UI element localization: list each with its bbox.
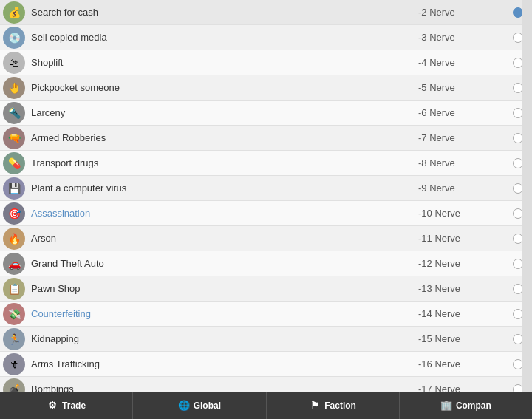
crime-name: Pawn Shop bbox=[31, 283, 418, 294]
crime-name: Arson bbox=[31, 233, 418, 244]
nav-btn-global[interactable]: 🌐Global bbox=[133, 392, 266, 419]
crime-nerve-cost: -8 Nerve bbox=[418, 157, 507, 168]
global-label: Global bbox=[194, 401, 221, 411]
crime-nerve-cost: -6 Nerve bbox=[418, 107, 507, 118]
table-row[interactable]: 💿Sell copied media-3 Nerve bbox=[0, 25, 532, 50]
table-row[interactable]: 🛍Shoplift-4 Nerve bbox=[0, 50, 532, 75]
crime-name: Arms Trafficking bbox=[31, 358, 418, 369]
bottom-nav: ⚙Trade🌐Global⚑Faction🏢Compan bbox=[0, 392, 532, 419]
crime-nerve-cost: -11 Nerve bbox=[418, 233, 507, 244]
nav-btn-trade[interactable]: ⚙Trade bbox=[0, 392, 133, 419]
crime-name: Transport drugs bbox=[31, 157, 418, 168]
crime-nerve-cost: -10 Nerve bbox=[418, 208, 507, 219]
table-row[interactable]: 💊Transport drugs-8 Nerve bbox=[0, 151, 532, 176]
crime-nerve-cost: -5 Nerve bbox=[418, 82, 507, 93]
crime-name: Sell copied media bbox=[31, 32, 418, 43]
crime-nerve-cost: -7 Nerve bbox=[418, 132, 507, 143]
table-row[interactable]: 📋Pawn Shop-13 Nerve bbox=[0, 276, 532, 302]
table-row[interactable]: 💸Counterfeiting-14 Nerve bbox=[0, 302, 532, 327]
table-row[interactable]: 🚗Grand Theft Auto-12 Nerve bbox=[0, 251, 532, 276]
nav-btn-company[interactable]: 🏢Compan bbox=[400, 392, 532, 419]
crime-name: Grand Theft Auto bbox=[31, 258, 418, 269]
table-row[interactable]: 🔦Larceny-6 Nerve bbox=[0, 101, 532, 126]
trade-icon: ⚙ bbox=[47, 400, 58, 412]
crime-name: Larceny bbox=[31, 107, 418, 118]
crime-icon: 🗡 bbox=[3, 353, 25, 375]
table-row[interactable]: 🔫Armed Robberies-7 Nerve bbox=[0, 126, 532, 151]
crime-name: Search for cash bbox=[31, 7, 418, 18]
crime-icon: 📋 bbox=[3, 278, 25, 300]
faction-label: Faction bbox=[324, 401, 356, 411]
crime-icon: 🔦 bbox=[3, 102, 25, 124]
crime-name: Kidnapping bbox=[31, 333, 418, 344]
table-row[interactable]: 🏃Kidnapping-15 Nerve bbox=[0, 327, 532, 352]
crime-icon: 💊 bbox=[3, 152, 25, 174]
crime-icon: 🔥 bbox=[3, 228, 25, 250]
crime-name: Plant a computer virus bbox=[31, 183, 418, 194]
crime-icon: 💣 bbox=[3, 378, 25, 392]
trade-label: Trade bbox=[62, 401, 86, 411]
crime-icon: 💸 bbox=[3, 303, 25, 325]
crime-icon: 🎯 bbox=[3, 202, 25, 225]
table-row[interactable]: 🔥Arson-11 Nerve bbox=[0, 226, 532, 251]
crime-nerve-cost: -17 Nerve bbox=[418, 384, 507, 392]
crime-nerve-cost: -14 Nerve bbox=[418, 308, 507, 319]
nav-btn-faction[interactable]: ⚑Faction bbox=[267, 392, 400, 419]
crime-icon: 🚗 bbox=[3, 253, 25, 275]
crime-name: Shoplift bbox=[31, 57, 418, 68]
crime-nerve-cost: -16 Nerve bbox=[418, 358, 507, 369]
crime-icon: 💿 bbox=[3, 27, 25, 49]
crime-icon: 🔫 bbox=[3, 127, 25, 149]
crime-name: Bombings bbox=[31, 384, 418, 392]
company-label: Compan bbox=[456, 401, 491, 411]
table-row[interactable]: 💰Search for cash-2 Nerve bbox=[0, 0, 532, 25]
table-row[interactable]: 💣Bombings-17 Nerve bbox=[0, 377, 532, 392]
crime-nerve-cost: -13 Nerve bbox=[418, 283, 507, 294]
faction-icon: ⚑ bbox=[309, 400, 321, 412]
crime-name: Pickpocket someone bbox=[31, 82, 418, 93]
crime-icon: 🏃 bbox=[3, 328, 25, 350]
table-row[interactable]: 💾Plant a computer virus-9 Nerve bbox=[0, 176, 532, 201]
crime-nerve-cost: -4 Nerve bbox=[418, 57, 507, 68]
crime-name[interactable]: Counterfeiting bbox=[31, 308, 418, 319]
crime-list: 💰Search for cash-2 Nerve💿Sell copied med… bbox=[0, 0, 532, 392]
crime-nerve-cost: -15 Nerve bbox=[418, 333, 507, 344]
crime-icon: 💰 bbox=[3, 1, 25, 24]
company-icon: 🏢 bbox=[440, 400, 452, 412]
crime-name: Armed Robberies bbox=[31, 132, 418, 143]
table-row[interactable]: 🎯Assassination-10 Nerve bbox=[0, 201, 532, 226]
scrollbar[interactable] bbox=[522, 0, 532, 392]
table-row[interactable]: 🗡Arms Trafficking-16 Nerve bbox=[0, 352, 532, 377]
crime-icon: 🤚 bbox=[3, 77, 25, 99]
crime-icon: 🛍 bbox=[3, 52, 25, 74]
crime-icon: 💾 bbox=[3, 177, 25, 200]
crime-name[interactable]: Assassination bbox=[31, 208, 418, 219]
crime-nerve-cost: -12 Nerve bbox=[418, 258, 507, 269]
crime-nerve-cost: -9 Nerve bbox=[418, 183, 507, 194]
global-icon: 🌐 bbox=[178, 400, 190, 412]
crime-nerve-cost: -3 Nerve bbox=[418, 32, 507, 43]
crime-nerve-cost: -2 Nerve bbox=[418, 7, 507, 18]
table-row[interactable]: 🤚Pickpocket someone-5 Nerve bbox=[0, 75, 532, 101]
